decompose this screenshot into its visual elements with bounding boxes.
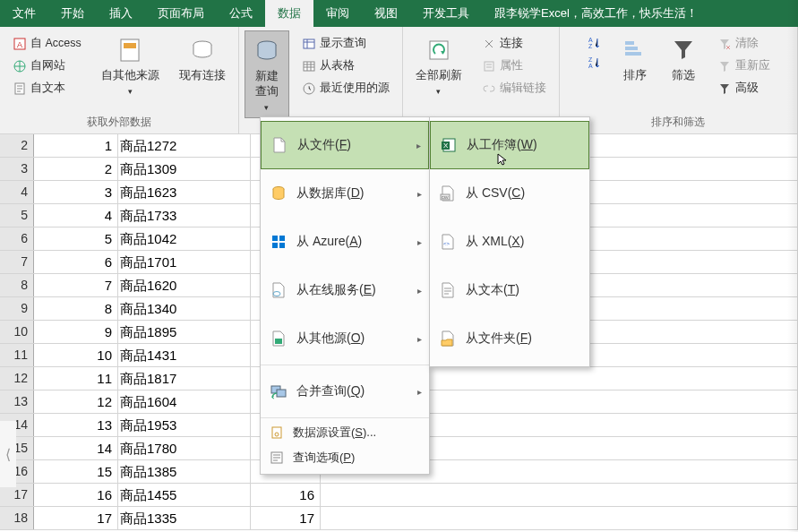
- cell[interactable]: [321, 507, 798, 529]
- row-header[interactable]: 5: [0, 204, 34, 227]
- tab-0[interactable]: 文件: [0, 0, 48, 27]
- row-header[interactable]: 12: [0, 367, 34, 390]
- from-database-menuitem[interactable]: 从数据库(D)▸: [261, 169, 429, 218]
- cell[interactable]: 9: [34, 321, 118, 343]
- cell[interactable]: 商品1431: [118, 344, 251, 366]
- cell[interactable]: 4: [34, 204, 118, 227]
- from-table-button[interactable]: 从表格: [298, 56, 393, 75]
- sort-asc-button[interactable]: AZ: [583, 34, 605, 52]
- row-header[interactable]: 8: [0, 274, 34, 296]
- query-options-menuitem[interactable]: 查询选项(P): [261, 445, 429, 470]
- row-header[interactable]: 2: [0, 134, 34, 157]
- cell[interactable]: 11: [34, 367, 118, 390]
- cell[interactable]: 12: [34, 390, 118, 413]
- from-web-button[interactable]: 自网站: [9, 56, 85, 75]
- edit-links-button[interactable]: 编辑链接: [478, 79, 550, 98]
- connections-button[interactable]: 连接: [478, 34, 550, 53]
- cell[interactable]: 7: [34, 274, 118, 296]
- tab-2[interactable]: 插入: [97, 0, 145, 27]
- cell[interactable]: 3: [34, 181, 118, 203]
- new-query-button[interactable]: 新建 查询▾: [245, 30, 289, 118]
- row-header[interactable]: 6: [0, 227, 34, 250]
- tab-5[interactable]: 数据: [265, 0, 313, 27]
- from-xml-menuitem[interactable]: <>从 XML(X): [430, 218, 589, 266]
- tab-4[interactable]: 公式: [217, 0, 265, 27]
- cell[interactable]: 商品1340: [118, 297, 251, 320]
- row-header[interactable]: 11: [0, 344, 34, 366]
- cell[interactable]: 14: [34, 437, 118, 459]
- cell[interactable]: 1: [34, 134, 118, 157]
- cell[interactable]: 8: [34, 297, 118, 320]
- cell[interactable]: 5: [34, 227, 118, 250]
- datasource-settings-menuitem[interactable]: 数据源设置(S)...: [261, 420, 429, 445]
- cell[interactable]: 17: [251, 507, 321, 529]
- cell[interactable]: 商品1272: [118, 134, 251, 157]
- cell[interactable]: 商品1817: [118, 367, 251, 390]
- filter-button[interactable]: 筛选: [662, 30, 705, 89]
- tab-1[interactable]: 开始: [48, 0, 97, 27]
- row-header[interactable]: 13: [0, 390, 34, 413]
- cell[interactable]: 商品1733: [118, 204, 251, 227]
- from-access-button[interactable]: A自 Access: [9, 34, 85, 53]
- table-row[interactable]: 1716商品145516: [0, 484, 798, 507]
- from-csv-menuitem[interactable]: csv从 CSV(C): [430, 169, 589, 218]
- cell[interactable]: 10: [34, 344, 118, 366]
- tab-3[interactable]: 页面布局: [145, 0, 217, 27]
- table-row[interactable]: 1817商品133517: [0, 507, 798, 530]
- cell[interactable]: 商品1623: [118, 181, 251, 203]
- recent-sources-button[interactable]: 最近使用的源: [298, 79, 393, 98]
- from-workbook-menuitem[interactable]: X从工作簿(W): [430, 121, 589, 169]
- from-online-menuitem[interactable]: 从在线服务(E)▸: [261, 266, 429, 314]
- tab-9[interactable]: 跟李锐学Excel，高效工作，快乐生活！: [482, 0, 710, 27]
- cell[interactable]: 商品1953: [118, 414, 251, 436]
- tab-7[interactable]: 视图: [362, 0, 410, 27]
- row-header[interactable]: 4: [0, 181, 34, 203]
- from-azure-menuitem[interactable]: 从 Azure(A)▸: [261, 218, 429, 266]
- cell[interactable]: 2: [34, 158, 118, 180]
- clear-filter-button[interactable]: 清除: [714, 34, 774, 53]
- show-queries-button[interactable]: 显示查询: [298, 34, 393, 53]
- properties-button[interactable]: 属性: [478, 56, 550, 75]
- cell[interactable]: 商品1620: [118, 274, 251, 296]
- cell[interactable]: 商品1309: [118, 158, 251, 180]
- from-other-sources-button[interactable]: 自其他来源▾: [94, 30, 167, 101]
- row-header[interactable]: 18: [0, 507, 34, 529]
- tab-8[interactable]: 开发工具: [410, 0, 482, 27]
- cell[interactable]: 商品1780: [118, 437, 251, 459]
- from-other-menuitem[interactable]: 从其他源(O)▸: [261, 314, 429, 363]
- cell[interactable]: 商品1335: [118, 507, 251, 529]
- cell[interactable]: 商品1385: [118, 460, 251, 483]
- reapply-button[interactable]: 重新应: [714, 56, 774, 75]
- refresh-all-button[interactable]: 全部刷新▾: [408, 30, 469, 101]
- cell[interactable]: 商品1042: [118, 227, 251, 250]
- cell[interactable]: 16: [34, 484, 118, 506]
- cell[interactable]: 17: [34, 507, 118, 529]
- row-header[interactable]: 10: [0, 321, 34, 343]
- sort-desc-button[interactable]: ZA: [583, 54, 605, 72]
- from-file-menuitem[interactable]: 从文件(F)▸: [261, 121, 429, 169]
- sort-button[interactable]: 排序: [614, 30, 656, 89]
- tab-6[interactable]: 审阅: [313, 0, 362, 27]
- cell[interactable]: 商品1455: [118, 484, 251, 506]
- svg-rect-8: [304, 39, 314, 48]
- cell[interactable]: 16: [251, 484, 321, 506]
- cell[interactable]: 商品1604: [118, 390, 251, 413]
- collapse-handle[interactable]: ⟨: [0, 421, 16, 487]
- cell[interactable]: 15: [34, 460, 118, 483]
- svg-text:A: A: [17, 40, 22, 49]
- advanced-button[interactable]: 高级: [714, 79, 774, 98]
- cell[interactable]: 6: [34, 251, 118, 273]
- row-header[interactable]: 3: [0, 158, 34, 180]
- row-header[interactable]: 7: [0, 251, 34, 273]
- cell[interactable]: 13: [34, 414, 118, 436]
- from-text-menuitem[interactable]: 从文本(T): [430, 266, 589, 314]
- cell[interactable]: 商品1895: [118, 321, 251, 343]
- existing-connections-button[interactable]: 现有连接: [172, 30, 233, 89]
- row-header[interactable]: 9: [0, 297, 34, 320]
- new-query-menu: 从文件(F)▸ 从数据库(D)▸ 从 Azure(A)▸ 从在线服务(E)▸ 从…: [260, 116, 430, 475]
- combine-queries-menuitem[interactable]: 合并查询(Q)▸: [261, 367, 429, 416]
- from-text-button[interactable]: 自文本: [9, 79, 85, 98]
- cell[interactable]: [321, 484, 798, 506]
- cell[interactable]: 商品1701: [118, 251, 251, 273]
- from-folder-menuitem[interactable]: 从文件夹(F): [430, 314, 589, 363]
